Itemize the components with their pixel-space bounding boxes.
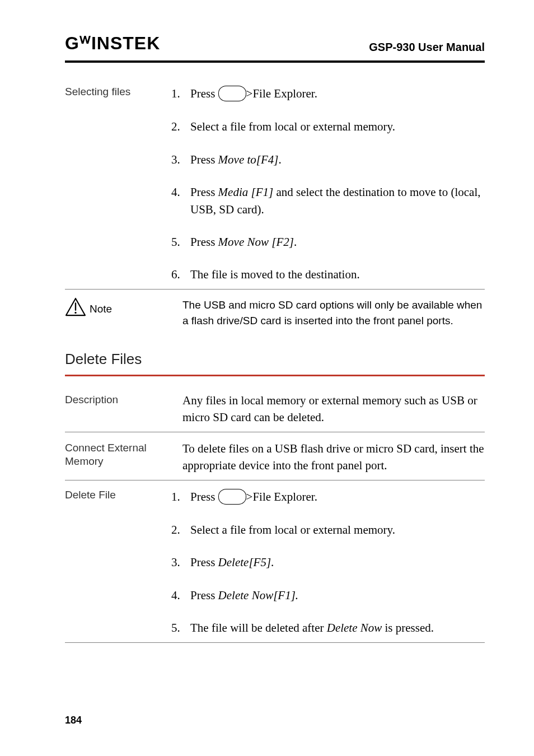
step-item: Press Delete Now[F1]. <box>171 587 485 604</box>
step-text: >File Explorer. <box>246 490 317 503</box>
step-text: Press <box>190 556 218 569</box>
step-text: Select a file from local or external mem… <box>190 523 395 536</box>
note-text: The USB and micro SD card options will o… <box>182 299 482 327</box>
step-item: Press Delete[F5]. <box>171 554 485 571</box>
divider <box>65 432 485 432</box>
header-rule <box>65 60 485 63</box>
step-key: Delete Now <box>327 621 382 634</box>
step-item: The file will be deleted after Delete No… <box>171 619 485 636</box>
note-label: Note <box>90 303 112 315</box>
step-item: Press >File Explorer. <box>171 488 485 506</box>
page-header: GᵂINSTEK GSP-930 User Manual <box>65 32 485 59</box>
description-label: Description <box>65 392 171 407</box>
delete-file-label: Delete File <box>65 488 171 502</box>
step-item: Press >File Explorer. <box>171 85 485 102</box>
step-item: Select a file from local or external mem… <box>171 118 485 135</box>
step-text: Press <box>190 185 218 199</box>
step-key: Delete Now[F1]. <box>218 589 298 602</box>
step-text: The file is moved to the destination. <box>190 268 360 281</box>
connect-external-label: Connect External Memory <box>65 440 171 469</box>
warning-icon <box>65 297 87 319</box>
button-oval-icon <box>218 489 246 505</box>
brand-logo: GᵂINSTEK <box>65 32 160 54</box>
description-block: Description Any files in local memory or… <box>65 392 485 426</box>
divider <box>65 480 485 480</box>
step-item: The file is moved to the destination. <box>171 266 485 283</box>
step-item: Press Move Now [F2]. <box>171 234 485 250</box>
step-key: Move to[F4] <box>218 153 279 166</box>
step-text: Press <box>190 235 218 249</box>
step-text: Press <box>190 490 218 503</box>
step-item: Press Media [F1] and select the destinat… <box>171 184 485 218</box>
selecting-files-steps: Press >File Explorer. Select a file from… <box>171 85 485 283</box>
step-item: Press Move to[F4]. <box>171 151 485 168</box>
connect-external-block: Connect External Memory To delete files … <box>65 440 485 474</box>
step-text: . <box>294 235 297 249</box>
delete-file-steps: Press >File Explorer. Select a file from… <box>171 488 485 637</box>
delete-file-block: Delete File Press >File Explorer. Select… <box>65 488 485 639</box>
step-text: The file will be deleted after <box>190 621 327 634</box>
step-key: Delete[F5] <box>218 556 271 569</box>
delete-files-heading: Delete Files <box>65 351 485 368</box>
divider <box>65 289 485 290</box>
page-number: 184 <box>65 715 82 726</box>
section-rule <box>65 375 485 376</box>
step-text: Select a file from local or external mem… <box>190 120 395 133</box>
step-text: Press <box>190 589 218 602</box>
step-text: >File Explorer. <box>246 87 317 100</box>
step-text: . <box>271 556 274 569</box>
button-oval-icon <box>218 86 246 101</box>
svg-point-2 <box>74 312 76 314</box>
step-text: Press <box>190 153 218 166</box>
note-block: Note The USB and micro SD card options w… <box>65 297 485 329</box>
step-text: is pressed. <box>382 621 434 634</box>
step-key: Media [F1] <box>218 185 274 199</box>
step-text: Press <box>190 87 218 100</box>
step-item: Select a file from local or external mem… <box>171 521 485 538</box>
connect-external-text: To delete files on a USB flash drive or … <box>171 440 485 474</box>
description-text: Any files in local memory or external me… <box>171 392 485 426</box>
step-key: Move Now [F2] <box>218 235 294 249</box>
selecting-files-block: Selecting files Press >File Explorer. Se… <box>65 85 485 286</box>
selecting-files-label: Selecting files <box>65 85 171 99</box>
step-text: . <box>279 153 282 166</box>
divider <box>65 642 485 643</box>
manual-title: GSP-930 User Manual <box>369 41 485 54</box>
